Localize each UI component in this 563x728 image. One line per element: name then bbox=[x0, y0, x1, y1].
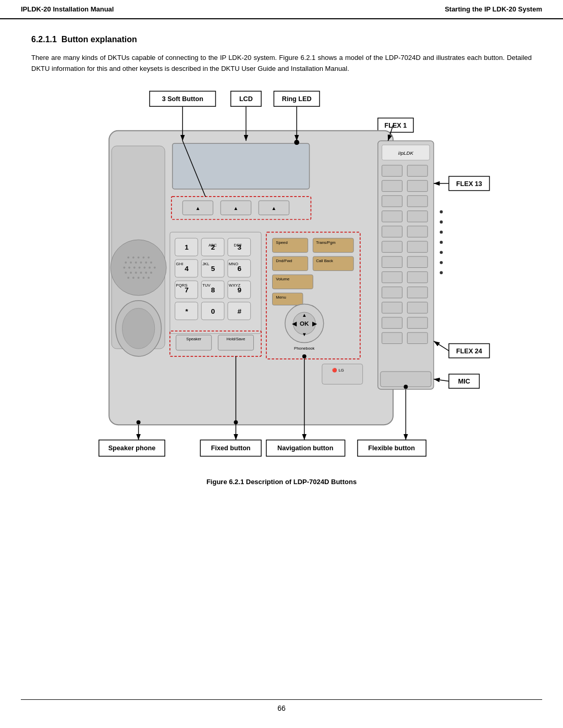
svg-text:Hold/Save: Hold/Save bbox=[227, 336, 246, 341]
svg-rect-120 bbox=[382, 165, 402, 176]
svg-point-155 bbox=[440, 220, 443, 224]
svg-rect-123 bbox=[407, 180, 427, 191]
svg-text:Menu: Menu bbox=[276, 294, 286, 299]
svg-rect-144 bbox=[381, 372, 431, 387]
svg-text:▲: ▲ bbox=[272, 205, 277, 211]
svg-point-32 bbox=[143, 266, 145, 268]
svg-text:Navigation button: Navigation button bbox=[277, 444, 333, 451]
svg-point-38 bbox=[140, 272, 142, 274]
svg-text:LCD: LCD bbox=[239, 95, 253, 103]
svg-text:GHI: GHI bbox=[176, 261, 183, 266]
svg-point-21 bbox=[148, 256, 150, 258]
svg-rect-126 bbox=[382, 211, 402, 221]
svg-point-156 bbox=[440, 230, 443, 233]
svg-point-149 bbox=[294, 140, 299, 145]
svg-text:Flexible button: Flexible button bbox=[368, 444, 415, 451]
svg-text:5: 5 bbox=[211, 265, 215, 273]
diagram-container: 3 Soft Button LCD Ring LED FLEX 1 FLEX 1… bbox=[57, 90, 506, 486]
svg-point-30 bbox=[133, 266, 136, 268]
svg-point-29 bbox=[128, 266, 130, 268]
svg-point-40 bbox=[150, 272, 152, 274]
svg-text:8: 8 bbox=[211, 286, 215, 294]
svg-text:FLEX 13: FLEX 13 bbox=[456, 180, 482, 187]
svg-rect-128 bbox=[382, 226, 402, 237]
svg-text:FLEX 24: FLEX 24 bbox=[456, 348, 482, 355]
section-title: 6.2.1.1 Button explanation bbox=[31, 35, 532, 44]
svg-point-27 bbox=[150, 261, 152, 263]
svg-point-23 bbox=[130, 261, 132, 263]
svg-rect-138 bbox=[382, 302, 402, 313]
svg-point-169 bbox=[302, 354, 307, 359]
svg-text:Ring LED: Ring LED bbox=[282, 95, 312, 103]
svg-point-24 bbox=[135, 261, 137, 263]
svg-text:0: 0 bbox=[211, 307, 215, 315]
svg-text:3 Soft Button: 3 Soft Button bbox=[162, 95, 203, 103]
svg-point-36 bbox=[130, 272, 132, 274]
svg-text:MIC: MIC bbox=[458, 378, 470, 385]
svg-text:▲: ▲ bbox=[195, 205, 201, 211]
svg-point-33 bbox=[149, 266, 151, 268]
svg-rect-125 bbox=[407, 195, 427, 206]
svg-text:▶: ▶ bbox=[312, 320, 317, 327]
phone-svg: 3 Soft Button LCD Ring LED FLEX 1 FLEX 1… bbox=[57, 90, 506, 465]
svg-text:7: 7 bbox=[185, 286, 189, 294]
svg-rect-133 bbox=[407, 256, 427, 267]
svg-text:Speaker phone: Speaker phone bbox=[108, 444, 156, 451]
svg-rect-135 bbox=[407, 272, 427, 282]
description-text: There are many kinds of DKTUs capable of… bbox=[31, 53, 532, 75]
footer: 66 bbox=[21, 699, 542, 712]
svg-point-39 bbox=[145, 272, 147, 274]
svg-point-31 bbox=[139, 266, 141, 268]
svg-rect-134 bbox=[382, 272, 402, 282]
phone-diagram: 3 Soft Button LCD Ring LED FLEX 1 FLEX 1… bbox=[57, 90, 506, 465]
svg-point-157 bbox=[440, 241, 443, 244]
svg-point-35 bbox=[125, 272, 127, 274]
svg-rect-132 bbox=[382, 256, 402, 267]
svg-text:*: * bbox=[185, 307, 188, 315]
svg-text:3: 3 bbox=[237, 243, 241, 251]
svg-text:2: 2 bbox=[211, 243, 215, 251]
svg-rect-143 bbox=[407, 332, 427, 343]
figure-caption: Figure 6.2.1 Description of LDP-7024D Bu… bbox=[57, 478, 506, 486]
svg-point-37 bbox=[135, 272, 137, 274]
svg-point-19 bbox=[138, 256, 140, 258]
svg-text:1: 1 bbox=[185, 243, 189, 251]
svg-rect-127 bbox=[407, 211, 427, 221]
svg-rect-124 bbox=[382, 195, 402, 206]
header-left: IPLDK-20 Installation Manual bbox=[21, 5, 114, 13]
svg-point-42 bbox=[132, 277, 134, 279]
svg-rect-136 bbox=[382, 287, 402, 298]
svg-text:▼: ▼ bbox=[302, 331, 307, 337]
page-header: IPLDK-20 Installation Manual Starting th… bbox=[0, 0, 563, 19]
svg-rect-129 bbox=[407, 226, 427, 237]
header-right: Starting the IP LDK-20 System bbox=[445, 5, 542, 13]
svg-point-45 bbox=[148, 277, 150, 279]
svg-point-28 bbox=[123, 266, 125, 268]
svg-text:Dnd/Fwd: Dnd/Fwd bbox=[276, 258, 292, 263]
page-number: 66 bbox=[277, 704, 286, 712]
svg-point-41 bbox=[127, 277, 129, 279]
svg-point-158 bbox=[440, 251, 443, 254]
page-container: IPLDK-20 Installation Manual Starting th… bbox=[0, 0, 563, 728]
svg-rect-122 bbox=[382, 180, 402, 191]
svg-text:iIpLDK: iIpLDK bbox=[398, 150, 414, 155]
svg-rect-131 bbox=[407, 241, 427, 252]
svg-text:4: 4 bbox=[185, 265, 189, 273]
svg-rect-115 bbox=[322, 364, 363, 384]
svg-point-44 bbox=[142, 277, 144, 279]
svg-text:◀: ◀ bbox=[292, 320, 297, 327]
svg-point-167 bbox=[137, 420, 141, 424]
svg-point-18 bbox=[132, 256, 134, 258]
svg-rect-130 bbox=[382, 241, 402, 252]
svg-text:Call Back: Call Back bbox=[316, 258, 333, 263]
svg-rect-137 bbox=[407, 287, 427, 298]
svg-text:TUV: TUV bbox=[202, 282, 211, 287]
svg-text:OK: OK bbox=[300, 320, 309, 327]
svg-text:FLEX 1: FLEX 1 bbox=[385, 122, 407, 129]
svg-point-154 bbox=[440, 210, 443, 213]
svg-text:Phonebook: Phonebook bbox=[294, 346, 314, 351]
svg-point-170 bbox=[403, 385, 408, 389]
svg-text:9: 9 bbox=[237, 286, 241, 294]
svg-rect-142 bbox=[382, 332, 402, 343]
svg-point-20 bbox=[142, 256, 144, 258]
